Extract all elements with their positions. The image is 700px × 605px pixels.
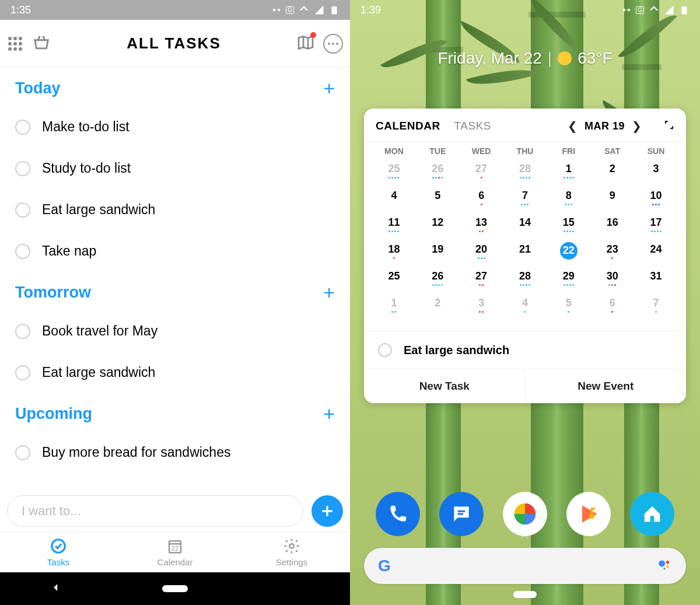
calendar-day[interactable]: 2 xyxy=(590,162,634,185)
calendar-day[interactable]: 19 xyxy=(416,242,460,265)
calendar-day[interactable]: 27 xyxy=(460,269,503,292)
drag-hint-icon: ︿ xyxy=(521,530,529,541)
task-label: Eat large sandwich xyxy=(42,365,155,380)
add-task-fab[interactable] xyxy=(312,495,343,527)
app-grid-icon[interactable] xyxy=(7,36,23,52)
calendar-day[interactable]: 25 xyxy=(372,162,416,185)
task-row[interactable]: Take nap xyxy=(0,230,350,272)
calendar-grid[interactable]: MONTUEWEDTHUFRISATSUN2526272812345678910… xyxy=(364,141,686,331)
date-weather[interactable]: Friday, Mar 22 | 63°F xyxy=(350,49,700,68)
calendar-day[interactable]: 4 xyxy=(372,188,416,212)
calendar-day[interactable]: 3 xyxy=(460,296,503,319)
task-label: Take nap xyxy=(42,243,96,259)
prev-week-icon[interactable]: ❮ xyxy=(568,119,578,133)
google-search-bar[interactable]: G xyxy=(364,548,686,584)
weather-sun-icon xyxy=(558,51,572,65)
task-row[interactable]: Buy more bread for sandwiches xyxy=(0,432,350,473)
date-text: Friday, Mar 22 xyxy=(438,49,541,68)
quick-add-input[interactable] xyxy=(7,495,303,527)
calendar-day[interactable]: 16 xyxy=(590,215,634,239)
next-week-icon[interactable]: ❯ xyxy=(632,119,642,133)
calendar-day[interactable]: 2 xyxy=(416,296,460,319)
phone-app-icon[interactable] xyxy=(376,492,420,536)
task-checkbox[interactable] xyxy=(15,120,30,135)
tab-settings-label: Settings xyxy=(276,557,307,567)
task-row[interactable]: Make to-do list xyxy=(0,106,350,148)
calendar-day[interactable]: 21 xyxy=(503,242,547,265)
svg-rect-1 xyxy=(332,6,337,15)
calendar-day[interactable]: 22 xyxy=(547,242,590,265)
play-music-app-icon[interactable] xyxy=(566,492,611,536)
calendar-day[interactable]: 14 xyxy=(503,215,547,239)
widget-tab-calendar[interactable]: CALENDAR xyxy=(376,120,440,132)
messages-app-icon[interactable] xyxy=(439,492,484,536)
calendar-day[interactable]: 18 xyxy=(372,242,416,265)
task-row[interactable]: Book travel for May xyxy=(0,310,350,352)
calendar-day[interactable]: 5 xyxy=(547,296,590,319)
calendar-day[interactable]: 31 xyxy=(634,269,678,292)
calendar-day[interactable]: 20 xyxy=(460,242,503,265)
calendar-day[interactable]: 23 xyxy=(590,242,634,265)
calendar-day[interactable]: 26 xyxy=(416,162,460,185)
task-checkbox[interactable] xyxy=(15,244,30,259)
calendar-day[interactable]: 29 xyxy=(547,269,590,292)
add-icon[interactable]: + xyxy=(323,78,335,98)
task-checkbox[interactable] xyxy=(15,324,30,339)
calendar-day[interactable]: 30 xyxy=(590,269,634,292)
calendar-day[interactable]: 24 xyxy=(634,242,678,265)
home-pill[interactable] xyxy=(513,591,537,598)
task-checkbox[interactable] xyxy=(378,343,392,357)
new-task-button[interactable]: New Task xyxy=(364,369,526,403)
widget-tab-tasks[interactable]: TASKS xyxy=(454,120,491,132)
calendar-day[interactable]: 7 xyxy=(634,296,678,319)
calendar-day[interactable]: 28 xyxy=(503,269,547,292)
task-checkbox[interactable] xyxy=(15,202,30,218)
new-event-button[interactable]: New Event xyxy=(526,369,687,403)
calendar-day[interactable]: 12 xyxy=(416,215,460,239)
expand-icon[interactable] xyxy=(664,120,674,132)
calendar-day[interactable]: 15 xyxy=(547,215,590,239)
task-row[interactable]: Eat large sandwich xyxy=(0,189,350,230)
widget-task-row[interactable]: Eat large sandwich xyxy=(364,331,686,369)
home-pill[interactable] xyxy=(162,585,188,592)
task-row[interactable]: Study to-do list xyxy=(0,148,350,189)
clock: 1:35 xyxy=(10,4,31,16)
task-checkbox[interactable] xyxy=(15,445,30,460)
tab-tasks[interactable]: Tasks xyxy=(0,532,117,572)
calendar-widget: CALENDAR TASKS ❮ MAR 19 ❯ MONTUEWEDTHUFR… xyxy=(364,109,686,403)
calendar-day[interactable]: 11 xyxy=(372,215,416,239)
calendar-day[interactable]: 17 xyxy=(634,215,678,239)
add-icon[interactable]: + xyxy=(323,404,335,424)
calendar-day[interactable]: 3 xyxy=(634,162,678,185)
tab-calendar[interactable]: 22 Calendar xyxy=(117,532,233,572)
calendar-day[interactable]: 9 xyxy=(590,188,634,212)
more-icon[interactable] xyxy=(323,34,343,54)
calendar-day[interactable]: 6 xyxy=(590,296,634,319)
bottom-nav: Tasks 22 Calendar Settings xyxy=(0,531,350,572)
calendar-day[interactable]: 10 xyxy=(634,188,678,212)
calendar-day[interactable]: 5 xyxy=(416,188,460,212)
calendar-day[interactable]: 28 xyxy=(503,162,547,185)
back-button[interactable] xyxy=(51,582,61,595)
assistant-icon[interactable] xyxy=(657,557,672,575)
map-icon[interactable] xyxy=(296,33,315,54)
calendar-day[interactable]: 13 xyxy=(460,215,503,239)
task-checkbox[interactable] xyxy=(15,161,30,176)
calendar-day[interactable]: 25 xyxy=(372,269,416,292)
calendar-day[interactable]: 27 xyxy=(460,162,503,185)
calendar-day[interactable]: 1 xyxy=(372,296,416,319)
calendar-day[interactable]: 7 xyxy=(503,188,547,212)
task-checkbox[interactable] xyxy=(15,365,30,380)
calendar-day[interactable]: 26 xyxy=(416,269,460,292)
task-row[interactable]: Eat large sandwich xyxy=(0,352,350,393)
tab-settings[interactable]: Settings xyxy=(233,532,350,572)
photos-app-icon[interactable] xyxy=(503,492,547,536)
basket-icon[interactable] xyxy=(32,33,51,55)
calendar-day[interactable]: 8 xyxy=(547,188,590,212)
calendar-day[interactable]: 4 xyxy=(503,296,547,319)
add-icon[interactable]: + xyxy=(323,282,335,302)
tasks-list[interactable]: Today+Make to-do listStudy to-do listEat… xyxy=(0,68,350,491)
calendar-day[interactable]: 1 xyxy=(547,162,590,185)
calendar-day[interactable]: 6 xyxy=(460,188,503,212)
launcher-app-icon[interactable] xyxy=(630,492,674,536)
